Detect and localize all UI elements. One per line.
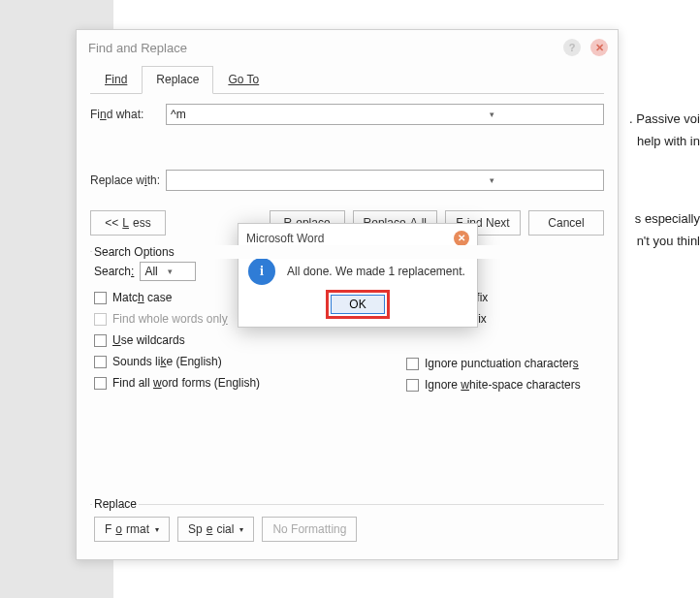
message-text: All done. We made 1 replacement. <box>287 265 465 278</box>
special-button[interactable]: Special▾ <box>177 517 254 542</box>
find-what-label: Find what: <box>90 108 166 121</box>
close-button[interactable]: ✕ <box>590 39 608 56</box>
replace-section-box: Format▾ Special▾ No Formatting <box>90 504 604 546</box>
search-direction-select[interactable]: All ▾ <box>140 262 196 281</box>
replace-with-input[interactable]: ▾ <box>166 170 604 191</box>
dialog-title: Find and Replace <box>86 41 554 55</box>
find-what-value: ^m <box>171 108 385 121</box>
chevron-down-icon[interactable]: ▾ <box>385 110 599 119</box>
cancel-button[interactable]: Cancel <box>528 210 604 236</box>
document-text-fragment: n't you thinl <box>637 234 700 248</box>
tab-replace-label: Replace <box>156 73 199 86</box>
close-icon[interactable]: ✕ <box>454 231 469 246</box>
sounds-like-checkbox[interactable]: Sounds like (English) <box>94 355 406 368</box>
tab-find[interactable]: Find <box>90 66 142 94</box>
replace-with-row: Replace with: ▾ <box>90 170 604 191</box>
search-options-label: Search Options <box>92 245 604 259</box>
document-text-fragment: help with in <box>637 134 700 148</box>
search-direction-value: All <box>144 265 157 278</box>
find-what-input[interactable]: ^m ▾ <box>166 104 604 125</box>
replace-section-label: Replace <box>92 497 139 511</box>
format-button[interactable]: Format▾ <box>94 517 170 542</box>
help-button[interactable]: ? <box>563 39 581 56</box>
tab-goto[interactable]: Go To <box>213 66 273 94</box>
document-text-fragment: s especially <box>635 211 700 226</box>
ok-highlight: OK <box>326 290 390 319</box>
search-label: Search: <box>94 265 134 278</box>
less-button[interactable]: << Less <box>90 210 166 236</box>
dialog-titlebar: Find and Replace ? ✕ <box>77 30 618 65</box>
ok-button[interactable]: OK <box>331 295 385 314</box>
replace-with-label: Replace with: <box>90 173 166 187</box>
tab-goto-label: Go To <box>228 73 259 86</box>
use-wildcards-checkbox[interactable]: Use wildcards <box>94 333 406 347</box>
ignore-whitespace-checkbox[interactable]: Ignore white-space characters <box>406 378 600 392</box>
tab-find-label: Find <box>105 73 127 86</box>
find-what-row: Find what: ^m ▾ <box>90 104 604 125</box>
message-box: Microsoft Word ✕ i All done. We made 1 r… <box>238 223 478 328</box>
word-forms-checkbox[interactable]: Find all word forms (English) <box>94 376 406 390</box>
message-box-title: Microsoft Word <box>246 232 454 245</box>
tab-strip: Find Replace Go To <box>90 65 604 94</box>
chevron-down-icon: ▾ <box>164 267 177 276</box>
info-icon: i <box>248 258 275 285</box>
no-formatting-button: No Formatting <box>262 517 357 542</box>
ignore-punctuation-checkbox[interactable]: Ignore punctuation characters <box>406 357 600 370</box>
tab-replace[interactable]: Replace <box>142 66 213 94</box>
document-text-fragment: . Passive voi <box>629 111 700 126</box>
chevron-down-icon[interactable]: ▾ <box>385 175 599 185</box>
